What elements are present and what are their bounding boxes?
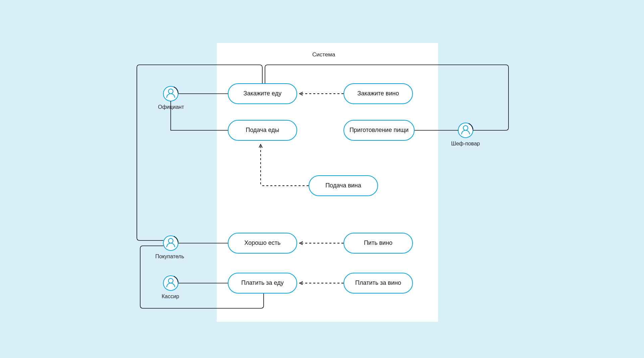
usecase-pay-wine[interactable]: Платить за вино (343, 273, 413, 294)
actor-cashier-icon (163, 276, 178, 290)
usecase-drink-wine[interactable]: Пить вино (343, 233, 413, 254)
usecase-order-wine[interactable]: Закажите вино (343, 83, 413, 104)
actor-waiter-icon (163, 86, 178, 101)
svg-point-3 (168, 238, 173, 243)
svg-point-6 (458, 123, 473, 138)
usecase-cook-food[interactable]: Приготовление пищи (343, 120, 415, 141)
svg-point-7 (463, 126, 468, 130)
usecase-order-food[interactable]: Закажите еду (228, 83, 297, 104)
usecase-eat-food[interactable]: Хорошо есть (228, 233, 297, 254)
system-title: Система (312, 51, 335, 58)
actor-chef-icon (458, 123, 473, 138)
svg-point-4 (163, 276, 178, 290)
svg-point-0 (163, 86, 178, 101)
actor-cashier-label: Кассир (162, 294, 179, 300)
diagram-frame: Система (67, 33, 577, 325)
svg-point-2 (163, 236, 178, 251)
actor-customer-label: Покупатель (155, 254, 184, 260)
actor-waiter-label: Официант (158, 104, 184, 110)
actor-customer-icon (163, 236, 178, 251)
usecase-serve-wine[interactable]: Подача вина (309, 175, 378, 196)
usecase-pay-food[interactable]: Платить за еду (228, 273, 297, 294)
svg-point-1 (168, 89, 173, 94)
actor-chef-label: Шеф-повар (451, 141, 480, 147)
usecase-serve-food[interactable]: Подача еды (228, 120, 297, 141)
svg-point-5 (168, 278, 173, 283)
